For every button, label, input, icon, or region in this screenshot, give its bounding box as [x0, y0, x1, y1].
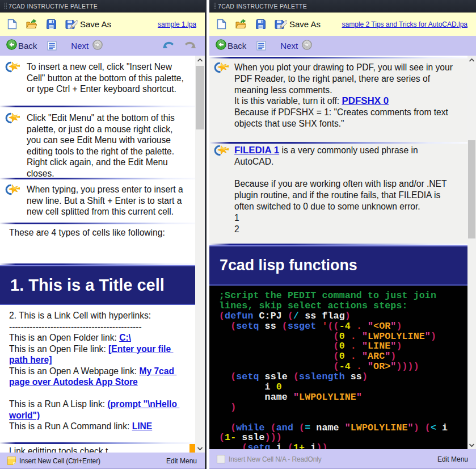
hyperlink[interactable]: PDFSHX 0 — [342, 95, 389, 106]
cell-text-line: It is this variable, turn it off: PDFSHX… — [234, 95, 467, 107]
current-file-link[interactable]: sample 2 Tips and Tricks for AutoCAD.lpa — [342, 20, 467, 28]
toolbar: Save As sample 1.lpa — [0, 12, 205, 36]
code-line: ;Script the PEDIT command to just join — [219, 291, 467, 301]
tip-star-icon — [5, 183, 20, 195]
new-file-button[interactable] — [7, 19, 17, 32]
hyperlink[interactable]: My 7cad — [139, 366, 176, 376]
code-token: ( — [288, 442, 293, 449]
code-token: . — [356, 361, 362, 372]
code-line: (0 . "LINE") — [219, 341, 467, 351]
code-token: ( — [425, 422, 431, 433]
code-token: " — [362, 341, 368, 351]
code-token: " — [408, 422, 414, 433]
code-token: ssget — [288, 321, 316, 332]
hyperlink[interactable]: C:\ — [119, 333, 131, 342]
code-token: ( — [293, 371, 299, 382]
cell-code[interactable]: ;Script the PEDIT command to just joinli… — [209, 286, 467, 449]
hyperlink[interactable]: world") — [9, 411, 40, 420]
back-button-icon[interactable] — [216, 39, 226, 52]
code-token: LINE — [368, 341, 390, 351]
scroll-down-arrow-icon[interactable] — [195, 444, 205, 453]
scroll-up-arrow-icon[interactable] — [195, 56, 205, 64]
cell-canvas: To insert a new cell, click "Insert NewC… — [0, 56, 205, 453]
hyperlink[interactable]: FILEDIA 1 — [234, 145, 279, 156]
code-token: ss — [259, 321, 282, 332]
save-button[interactable] — [47, 19, 56, 31]
cell-tip[interactable]: Click "Edit Menu" at the bottom of thisp… — [0, 107, 195, 178]
code-token — [293, 422, 299, 433]
code-token: setq — [236, 371, 259, 382]
cell-plain[interactable]: These are 4 types of cells like followin… — [0, 224, 195, 263]
hyperlink[interactable]: path here] — [9, 355, 52, 365]
current-file-link[interactable]: sample 1.lpa — [158, 20, 196, 28]
new-file-button[interactable] — [217, 19, 226, 32]
cell-text-line: FILEDIA 1 is a very commonly used phrase… — [234, 145, 467, 156]
insert-new-cell-button[interactable]: Insert New Cell (Ctrl+Enter) — [19, 457, 100, 465]
vertical-scrollbar[interactable] — [195, 56, 205, 453]
cell-plain[interactable]: 2. This is a Link Cell with hyperlinks:-… — [0, 305, 195, 442]
cell-list-button[interactable] — [47, 41, 57, 53]
back-button-label[interactable]: Back — [228, 41, 246, 51]
hyperlink[interactable]: page over Autodesk App Store — [9, 377, 138, 387]
insert-cell-icon[interactable] — [7, 457, 16, 465]
cell-title[interactable]: 1. This is a Title cell — [0, 265, 195, 305]
window-title: 7CAD INSTRUCTIVE PALETTE — [218, 3, 307, 10]
grip-icon[interactable] — [213, 2, 216, 10]
cell-title[interactable]: 7cad lisp functions — [209, 245, 467, 286]
save-button[interactable] — [256, 19, 266, 31]
hyperlink[interactable]: [Enter your file — [108, 344, 173, 354]
save-as-label[interactable]: Save As — [289, 19, 321, 29]
code-token: " — [390, 341, 396, 351]
hyperlink[interactable]: (prompt "\nHello — [107, 399, 179, 409]
edit-menu-button[interactable]: Edit Menu — [166, 457, 197, 465]
next-button-label[interactable]: Next — [280, 41, 298, 51]
cell-text-line: 2 — [234, 224, 467, 235]
code-token: " — [362, 331, 368, 342]
save-as-button[interactable] — [275, 19, 287, 32]
scroll-down-arrow-icon[interactable] — [467, 441, 476, 449]
cell-text-line: objects that use SHX fonts." — [234, 118, 467, 129]
code-line: (setq ss (ssget '((-4 . "<OR") — [219, 321, 467, 332]
next-button-label[interactable]: Next — [71, 41, 89, 51]
redo-button[interactable] — [183, 40, 196, 51]
code-token: ( — [288, 311, 293, 321]
scroll-up-arrow-icon[interactable] — [467, 56, 476, 64]
cell-list-button[interactable] — [256, 41, 266, 53]
save-as-button[interactable] — [65, 19, 78, 32]
code-token: ( — [334, 351, 339, 362]
cell-text-line: path here] — [9, 354, 195, 366]
open-file-button[interactable] — [26, 19, 37, 31]
back-button-icon[interactable] — [6, 39, 17, 52]
cell-text-line: This is a Run A Command link: LINE — [9, 421, 195, 432]
cell-tip[interactable]: When you plot your drawing to PDF, you w… — [209, 58, 467, 142]
cell-canvas: When you plot your drawing to PDF, you w… — [209, 56, 476, 449]
save-as-label[interactable]: Save As — [80, 19, 111, 29]
code-token: setq — [236, 321, 259, 332]
cell-tip[interactable]: To insert a new cell, click "Insert NewC… — [0, 56, 195, 106]
code-token — [362, 321, 368, 332]
title-bar[interactable]: 7CAD INSTRUCTIVE PALETTE — [0, 0, 205, 12]
cell-text-line: you can see Edit Menu with variouse — [27, 135, 195, 146]
scrollbar-thumb[interactable] — [468, 140, 475, 238]
vertical-scrollbar[interactable] — [467, 56, 476, 449]
code-token: defun — [225, 311, 253, 321]
next-button-icon[interactable] — [302, 40, 312, 52]
cell-tip[interactable]: When typing, you press enter to insert a… — [0, 179, 195, 223]
cell-text-line: palette, or just do a mouse right click, — [27, 124, 195, 135]
hyperlink[interactable]: LINE — [132, 421, 153, 431]
code-token: . — [351, 331, 356, 342]
cell-text-line: Because if you are working often with li… — [234, 178, 467, 190]
open-file-button[interactable] — [235, 19, 246, 31]
grip-icon[interactable] — [4, 2, 7, 10]
code-token — [345, 341, 351, 351]
undo-button[interactable] — [162, 40, 175, 51]
title-bar[interactable]: 7CAD INSTRUCTIVE PALETTE — [209, 0, 476, 12]
back-button-label[interactable]: Back — [18, 41, 37, 51]
next-button-icon[interactable] — [92, 40, 103, 52]
cell-tip[interactable]: FILEDIA 1 is a very commonly used phrase… — [209, 144, 467, 244]
cell-plain[interactable]: Link editting tools check t — [0, 444, 195, 453]
scrollbar-thumb[interactable] — [196, 66, 204, 129]
code-token: ) — [414, 422, 419, 433]
edit-menu-button[interactable]: Edit Menu — [437, 455, 468, 463]
code-token — [219, 402, 230, 413]
